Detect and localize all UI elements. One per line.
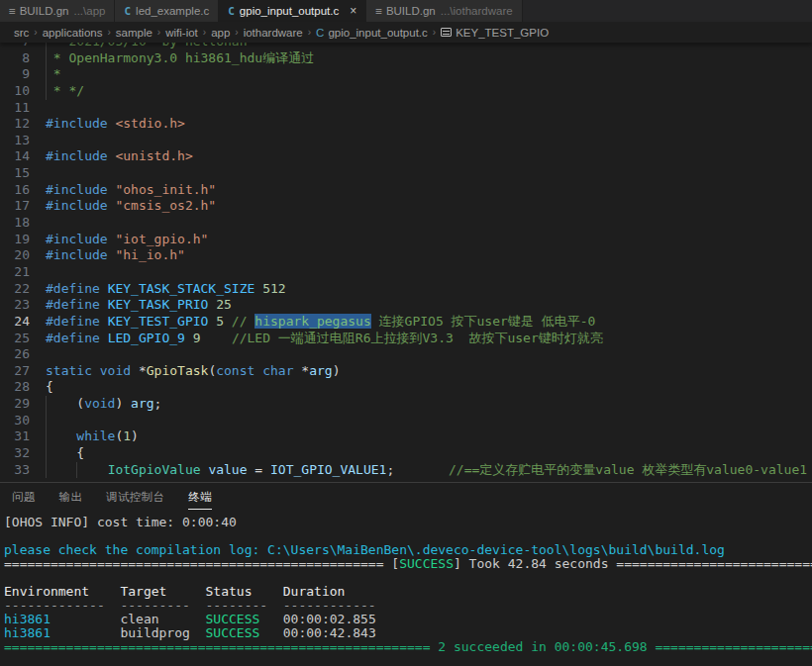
code-line[interactable]: 7 * 2021/05/10 by hellohan — [0, 43, 812, 50]
code-text[interactable]: * */ — [46, 83, 812, 100]
breadcrumb-item[interactable]: sample — [116, 27, 152, 39]
line-number[interactable]: 12 — [0, 116, 46, 133]
panel-tab[interactable]: 输出 — [59, 484, 83, 510]
breadcrumb-item[interactable]: app — [211, 27, 230, 39]
code-line[interactable]: 30 — [0, 413, 812, 429]
line-number[interactable]: 10 — [0, 83, 46, 100]
code-editor[interactable]: 7 * 2021/05/10 by hellohan8 * OpenHarmon… — [0, 43, 812, 482]
code-line[interactable]: 21 — [0, 264, 812, 281]
code-line[interactable]: 18 — [0, 215, 812, 232]
code-text[interactable]: IotGpioValue value = IOT_GPIO_VALUE1; //… — [46, 462, 812, 479]
code-text[interactable]: #define KEY_TASK_STACK_SIZE 512 — [46, 281, 812, 298]
breadcrumb-item[interactable]: applications — [43, 27, 103, 39]
breadcrumb-item[interactable]: src — [14, 27, 29, 39]
code-text[interactable]: (void) arg; — [46, 396, 812, 413]
line-number[interactable]: 20 — [0, 247, 46, 264]
line-number[interactable]: 15 — [0, 165, 46, 182]
code-text[interactable]: { — [46, 379, 812, 396]
line-number[interactable]: 32 — [0, 445, 46, 462]
editor-tab[interactable]: ≡BUILD.gn...\iothardware — [366, 0, 522, 22]
code-line[interactable]: 12#include <stdio.h> — [0, 116, 812, 133]
line-number[interactable]: 30 — [0, 413, 46, 429]
line-number[interactable]: 23 — [0, 297, 46, 314]
line-number[interactable]: 29 — [0, 396, 46, 413]
line-number[interactable]: 27 — [0, 363, 46, 380]
code-text[interactable] — [46, 264, 812, 281]
panel-tab[interactable]: 终端 — [188, 484, 212, 510]
line-number[interactable]: 9 — [0, 66, 46, 83]
line-number[interactable]: 13 — [0, 133, 46, 149]
breadcrumb-item[interactable]: KEY_TEST_GPIO — [441, 27, 549, 39]
line-number[interactable]: 28 — [0, 379, 46, 396]
panel-tab[interactable]: 问题 — [12, 484, 36, 510]
close-icon[interactable]: × — [350, 5, 356, 17]
code-line[interactable]: 14#include <unistd.h> — [0, 148, 812, 165]
code-text[interactable]: * OpenHarmony3.0 hi3861_hdu编译通过 — [46, 50, 812, 67]
panel-tab[interactable]: 调试控制台 — [106, 484, 164, 510]
terminal-output[interactable]: [OHOS INFO] cost time: 0:00:40please che… — [0, 510, 812, 666]
code-text[interactable] — [46, 215, 812, 232]
code-text[interactable]: static void *GpioTask(const char *arg) — [46, 363, 812, 380]
code-line[interactable]: 17#include "cmsis_os2.h" — [0, 198, 812, 215]
code-text[interactable] — [46, 346, 812, 363]
line-number[interactable]: 24 — [0, 314, 46, 331]
line-number[interactable]: 31 — [0, 428, 46, 445]
code-line[interactable]: 15 — [0, 165, 812, 182]
code-text[interactable] — [46, 413, 812, 429]
code-text[interactable] — [46, 100, 812, 117]
breadcrumb-item[interactable]: iothardware — [244, 27, 303, 39]
code-text[interactable]: * 2021/05/10 by hellohan — [46, 43, 812, 50]
line-number[interactable]: 33 — [0, 462, 46, 479]
line-number[interactable]: 21 — [0, 264, 46, 281]
line-number[interactable]: 8 — [0, 50, 46, 67]
line-number[interactable]: 14 — [0, 148, 46, 165]
code-line[interactable]: 11 — [0, 100, 812, 117]
breadcrumb-item[interactable]: Cgpio_input_output.c — [316, 27, 428, 39]
code-line[interactable]: 10 * */ — [0, 83, 812, 100]
code-text[interactable]: #include <stdio.h> — [46, 116, 812, 133]
code-line[interactable]: 9 * — [0, 66, 812, 83]
code-line[interactable]: 27static void *GpioTask(const char *arg) — [0, 363, 812, 380]
code-text[interactable]: #include "hi_io.h" — [46, 247, 812, 264]
line-number[interactable]: 26 — [0, 346, 46, 363]
code-text[interactable]: { — [46, 445, 812, 462]
code-text[interactable]: #define KEY_TASK_PRIO 25 — [46, 297, 812, 314]
code-line[interactable]: 25#define LED_GPIO_9 9 //LED 一端通过电阻R6上拉接… — [0, 331, 812, 347]
editor-tab[interactable]: Cled_example.c — [115, 0, 219, 22]
line-number[interactable]: 7 — [0, 43, 46, 50]
code-line[interactable]: 8 * OpenHarmony3.0 hi3861_hdu编译通过 — [0, 50, 812, 67]
code-text[interactable]: * — [46, 66, 812, 83]
code-line[interactable]: 33 IotGpioValue value = IOT_GPIO_VALUE1;… — [0, 462, 812, 479]
editor-tab[interactable]: ≡BUILD.gn...\app — [0, 0, 115, 22]
code-text[interactable]: #define KEY_TEST_GPIO 5 // hispark_pegas… — [46, 314, 812, 331]
code-text[interactable]: #include "cmsis_os2.h" — [46, 198, 812, 215]
code-text[interactable]: #include "ohos_init.h" — [46, 182, 812, 199]
line-number[interactable]: 16 — [0, 182, 46, 199]
line-number[interactable]: 25 — [0, 331, 46, 347]
code-line[interactable]: 22#define KEY_TASK_STACK_SIZE 512 — [0, 281, 812, 298]
code-text[interactable]: #define LED_GPIO_9 9 //LED 一端通过电阻R6上拉接到V… — [46, 331, 812, 347]
line-number[interactable]: 18 — [0, 215, 46, 232]
code-text[interactable] — [46, 165, 812, 182]
code-line[interactable]: 19#include "iot_gpio.h" — [0, 232, 812, 248]
breadcrumb-item[interactable]: wifi-iot — [165, 27, 198, 39]
code-line[interactable]: 16#include "ohos_init.h" — [0, 182, 812, 199]
code-text[interactable]: #include <unistd.h> — [46, 148, 812, 165]
code-line[interactable]: 20#include "hi_io.h" — [0, 247, 812, 264]
code-text[interactable]: while(1) — [46, 428, 812, 445]
editor-tab[interactable]: Cgpio_input_output.c× — [219, 0, 366, 22]
code-text[interactable]: #include "iot_gpio.h" — [46, 232, 812, 248]
code-line[interactable]: 24#define KEY_TEST_GPIO 5 // hispark_peg… — [0, 314, 812, 331]
code-line[interactable]: 13 — [0, 133, 812, 149]
code-text[interactable] — [46, 133, 812, 149]
code-line[interactable]: 29 (void) arg; — [0, 396, 812, 413]
line-number[interactable]: 22 — [0, 281, 46, 298]
code-line[interactable]: 32 { — [0, 445, 812, 462]
code-line[interactable]: 28{ — [0, 379, 812, 396]
code-line[interactable]: 23#define KEY_TASK_PRIO 25 — [0, 297, 812, 314]
code-line[interactable]: 26 — [0, 346, 812, 363]
line-number[interactable]: 17 — [0, 198, 46, 215]
line-number[interactable]: 19 — [0, 232, 46, 248]
line-number[interactable]: 11 — [0, 100, 46, 117]
code-line[interactable]: 31 while(1) — [0, 428, 812, 445]
